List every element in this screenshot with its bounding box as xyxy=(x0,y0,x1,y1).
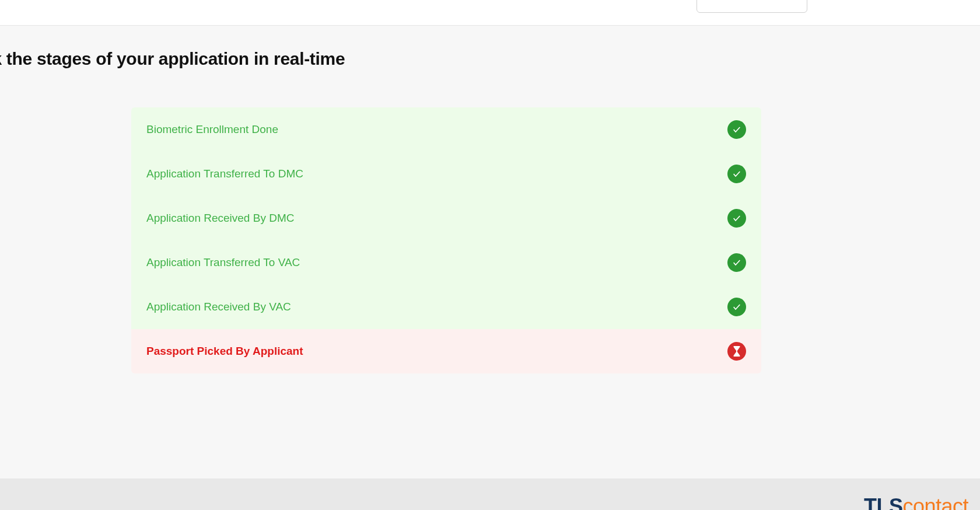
hourglass-icon xyxy=(727,342,746,361)
stage-row: Application Transferred To VAC xyxy=(131,240,761,285)
page-title: ck the stages of your application in rea… xyxy=(0,26,980,69)
stage-label: Application Transferred To VAC xyxy=(146,256,300,269)
check-icon xyxy=(727,120,746,139)
footer: TLScontact xyxy=(0,478,980,510)
logo-dark-text: TLS xyxy=(864,494,903,510)
stage-label: Application Transferred To DMC xyxy=(146,167,303,180)
stage-row: Application Transferred To DMC xyxy=(131,152,761,196)
logo-orange-text: contact xyxy=(902,494,968,510)
top-bar xyxy=(0,0,980,26)
stage-label: Application Received By DMC xyxy=(146,212,294,225)
stage-row: Application Received By VAC xyxy=(131,285,761,329)
stage-label: Application Received By VAC xyxy=(146,301,291,313)
stage-label: Passport Picked By Applicant xyxy=(146,345,303,358)
check-icon xyxy=(727,165,746,183)
reference-button[interactable] xyxy=(696,0,807,13)
stage-label: Biometric Enrollment Done xyxy=(146,123,278,136)
brand-logo: TLScontact xyxy=(864,496,968,510)
stages-list: Biometric Enrollment DoneApplication Tra… xyxy=(131,107,761,373)
check-icon xyxy=(727,209,746,228)
check-icon xyxy=(727,298,746,316)
stage-row: Passport Picked By Applicant xyxy=(131,329,761,373)
stage-row: Application Received By DMC xyxy=(131,196,761,240)
check-icon xyxy=(727,253,746,272)
stage-row: Biometric Enrollment Done xyxy=(131,107,761,152)
